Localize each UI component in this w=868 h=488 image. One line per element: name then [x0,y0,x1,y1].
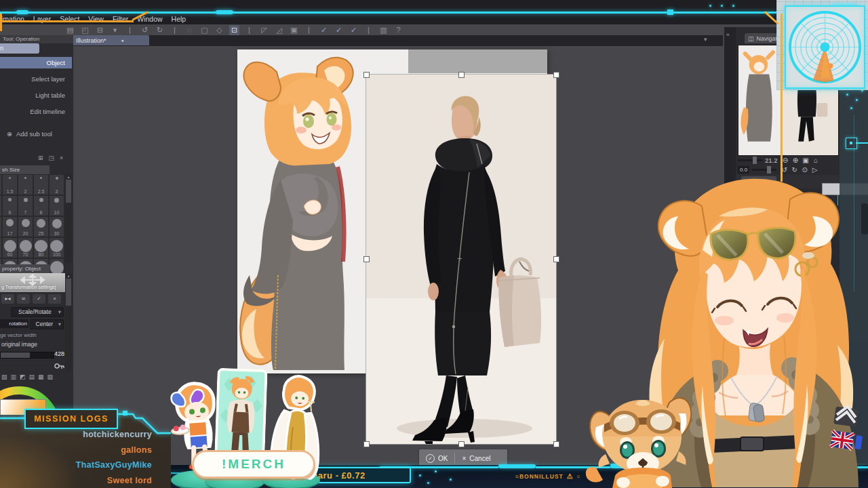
add-sub-tool-button[interactable]: ⊕ Add sub tool [7,130,52,138]
transform-center-icon[interactable]: + [457,254,462,263]
sub-tool-item[interactable]: Select layer [0,73,72,85]
color-mixer-icon[interactable]: ▤ [29,373,35,380]
redo-icon[interactable]: ↻ [155,25,165,35]
brush-size-cell[interactable]: 2 [18,174,33,195]
plus-icon: ⊕ [7,130,12,138]
fill-icon[interactable]: ▣ [289,25,299,35]
help-icon[interactable]: ? [393,25,403,35]
brush-size-cell[interactable]: 70 [18,237,33,258]
undo-icon[interactable]: ↺ [140,25,150,35]
cancel-icon[interactable]: × [48,294,61,304]
color-set-icon[interactable]: ◩ [20,373,26,380]
open-icon[interactable]: ◰ [80,25,90,35]
step-icon[interactable]: ▸◂ [1,294,14,304]
brush-scrollbar[interactable]: ▴ [65,174,72,263]
snap-ruler-icon[interactable]: ✓ [319,25,329,35]
select-more-icon[interactable]: ◇ [214,25,224,35]
document-tab-label: Illustration* [76,37,106,44]
brush-size-cell[interactable]: 8 [33,195,49,216]
brush-size-cell[interactable]: 3 [49,174,64,195]
save-icon[interactable]: ⊟ [95,25,105,35]
transform-handle[interactable] [363,72,370,78]
brush-size-cell[interactable]: 60 [2,237,18,258]
key-icon[interactable] [54,363,65,369]
brush-size-value: 7 [24,210,27,216]
brush-size-cell[interactable]: 20 [18,216,33,237]
toolbar-separator[interactable]: | [125,25,135,35]
transform-handle[interactable] [553,256,559,262]
deselect-icon[interactable]: ◌ [184,25,195,35]
ok-label: OK [438,455,448,462]
transform-handle[interactable] [553,72,559,78]
import-preset-icon[interactable]: ⊞ [38,155,43,161]
wait-icon[interactable]: ≍ [17,294,30,304]
confirm-icon[interactable]: ✓ [33,294,45,304]
sub-tool-item[interactable]: Light table [0,89,72,101]
transform-buttons: ▸◂≍✓× [1,294,61,304]
line-a-icon[interactable]: ◸ [259,25,269,35]
brush-dot-icon [40,177,42,179]
color-slider-icon[interactable]: ▥ [11,373,17,380]
option-vector-width[interactable]: ge vector width [0,332,37,338]
zoom-in-icon[interactable]: ⊕ [791,157,801,164]
toolbar-separator[interactable]: | [304,25,314,35]
material-icon[interactable]: ▥ [378,25,389,35]
brush-size-cell[interactable]: 6 [2,195,18,216]
zoom-slider[interactable] [738,159,762,161]
brush-size-cell[interactable]: 80 [33,237,49,258]
brush-size-cell[interactable]: 10 [49,195,64,216]
transform-icon[interactable]: ⊡ [229,25,239,35]
brush-size-cell[interactable]: 1.5 [2,174,18,195]
new-file-icon[interactable]: ▤ [65,25,75,35]
delete-preset-icon[interactable]: × [60,155,63,161]
brush-size-cell[interactable]: 17 [2,216,18,237]
deco-dot [856,99,858,101]
tool-property-tab[interactable]: property: Object [0,264,50,273]
duplicate-preset-icon[interactable]: ◳ [49,155,55,161]
transform-handle[interactable] [363,256,370,262]
brush-size-cell[interactable]: 30 [49,216,64,237]
brush-size-tab[interactable]: sh Size [0,165,50,174]
actual-size-icon[interactable]: ⌂ [811,157,821,164]
brush-size-value: 80 [39,252,44,258]
color-history-icon[interactable]: ▦ [38,373,44,380]
brush-size-cell[interactable]: 7 [18,195,33,216]
toolbar-separator[interactable]: | [170,25,180,35]
select-rect-icon[interactable]: ▢ [199,25,210,35]
rotation-center-dropdown[interactable]: Center [30,319,64,329]
color-wheel-icon[interactable]: ▧ [1,373,7,380]
sub-tool-panel-header: Tool: Operation [0,35,73,43]
brush-size-cell[interactable]: 25 [33,216,49,237]
transform-handle[interactable] [363,441,370,447]
top-border-line [0,12,776,14]
snap-grid-icon[interactable]: ✓ [349,25,359,35]
toolbar-separator[interactable]: | [244,25,254,35]
sub-tool-item[interactable]: Object [0,57,72,68]
transform-handle[interactable] [458,441,465,447]
hotchickencurry: hotchickencurry [0,427,152,443]
menu-item[interactable]: Help [172,15,186,23]
snap-special-icon[interactable]: ✓ [334,25,344,35]
toolbar-separator[interactable]: | [363,25,374,35]
fit-screen-icon[interactable]: ▣ [801,157,811,164]
chevron-down-icon[interactable]: ▾ [704,36,707,43]
tool-chip[interactable]: on [0,43,39,54]
save-more-icon[interactable]: ▾ [110,25,120,35]
cancel-label: Cancel [469,455,490,462]
brush-size-cell[interactable]: 100 [49,237,64,258]
option-original-image[interactable]: original image [1,341,37,348]
collapse-icon[interactable]: « [726,31,736,38]
transform-handle[interactable] [458,72,465,78]
transform-handle[interactable] [553,441,559,447]
sub-tool-item[interactable]: Edit timeline [0,106,72,117]
transform-mode-dropdown[interactable]: Scale/Rotate [11,307,64,317]
brush-dot-icon [9,177,11,179]
opacity-slider[interactable] [0,352,54,359]
color-pallet-icon[interactable]: ▨ [47,373,54,380]
brush-size-cell[interactable]: 2.5 [33,174,49,195]
brush-size-value: 2.5 [38,189,45,195]
left-panel-column: Tool: Operation on ObjectSelect layerLig… [0,35,73,415]
document-tab[interactable]: Illustration* ● [72,35,149,45]
property-scrollbar[interactable]: ▴ [65,273,72,371]
line-b-icon[interactable]: ◿ [274,25,284,35]
